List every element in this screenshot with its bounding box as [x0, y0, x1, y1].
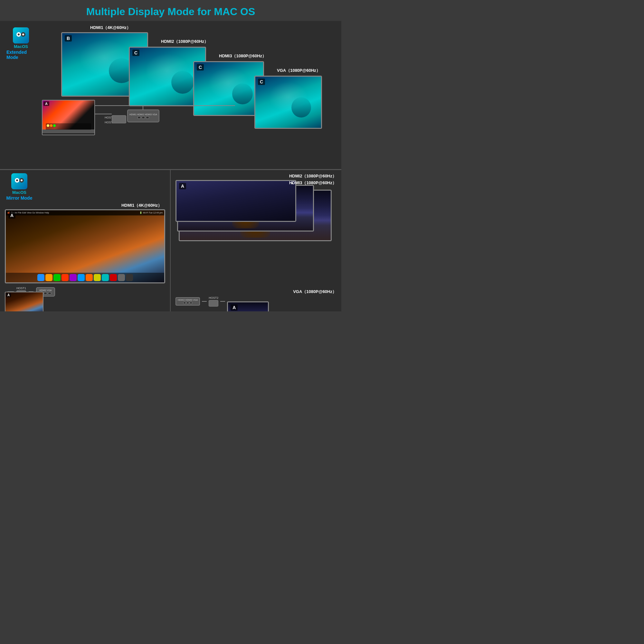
monitor-b-badge: B — [65, 35, 72, 42]
mirror-screen-hdmi2 — [176, 181, 295, 221]
macos-label-mirror: MacOS — [12, 190, 26, 195]
macos-finder-icon-mirror — [11, 173, 27, 189]
page-header: Multiple Display Mode for MAC OS — [0, 0, 341, 21]
monitor-mirror-main: 🍎 Finder File Edit View Go Window Help 🔋… — [5, 209, 165, 283]
right-cable2 — [220, 301, 225, 302]
mirror-right-hub: HDMI2 HDMI3 VGA — [175, 297, 200, 306]
cable-line-5 — [161, 105, 235, 106]
mirror-host2: HOST2 — [209, 296, 218, 307]
monitor-c2: C — [193, 61, 264, 116]
mirror-monitors-stacked: A A HDMI3（1080P@60Hz） A — [175, 180, 336, 286]
mirror-laptop-screen — [5, 292, 43, 311]
hub-device: HDMI1 HDMI2 HDMI3 VGA — [127, 109, 159, 122]
laptop-base — [42, 129, 95, 133]
extended-mode-section: MacOS Extended Mode HDMI1（4K@60Hz） B HDM… — [0, 21, 341, 170]
laptop-badge: A — [43, 101, 49, 106]
mirror-monitor-a3: A A HDMI3（1080P@60Hz） A — [175, 180, 336, 286]
monitor-c1-badge: C — [132, 50, 139, 56]
cable-line-2 — [95, 105, 143, 106]
finder-menubar: 🍎 Finder File Edit View Go Window Help 🔋… — [6, 210, 164, 215]
monitor-mirror-screen: 🍎 Finder File Edit View Go Window Help 🔋… — [5, 209, 165, 283]
mirror-laptop-badge: A — [6, 293, 11, 297]
mirror-mode-badge: MacOS Mirror Mode — [5, 173, 34, 201]
mirror-right-section: HDMI2（1080P@60Hz） A A — [171, 170, 341, 311]
hdmi2-label: HDMI2（1080P@60Hz） — [161, 39, 208, 44]
mirror-right-bottom: HDMI2 HDMI3 VGA HOST2 — [175, 296, 336, 307]
hdmi2-right-label: HDMI2（1080P@60Hz） — [175, 173, 336, 179]
mirror-host1-label: HOST1 — [16, 287, 26, 290]
mirror-mode-label: Mirror Mode — [6, 195, 33, 201]
svg-point-5 — [22, 33, 24, 35]
right-cable — [202, 301, 207, 302]
svg-point-4 — [18, 33, 20, 35]
svg-rect-6 — [11, 173, 27, 189]
dock — [6, 273, 164, 282]
page-title: Multiple Display Mode for MAC OS — [3, 6, 338, 18]
bottom-section: MacOS Mirror Mode HDMI1（4K@60Hz） 🍎 Finde… — [0, 170, 341, 311]
mirror-bottom-row: A HOST1 HDMI2 VGA — [5, 287, 165, 297]
laptop-screen-content — [43, 100, 94, 129]
mojave-screen: 🍎 Finder File Edit View Go Window Help 🔋… — [6, 210, 164, 282]
macos-label-extended: MacOS — [14, 44, 28, 49]
svg-point-9 — [16, 179, 18, 181]
vga-label: VGA（1080P@60Hz） — [277, 68, 320, 73]
hdmi1-mirror-label: HDMI1（4K@60Hz） — [5, 202, 162, 208]
extended-mode-label: Extended Mode — [6, 50, 35, 60]
monitor-c3-screen — [255, 77, 321, 128]
laptop-cable — [95, 114, 112, 114]
hdmi3-label: HDMI3（1080P@60Hz） — [219, 53, 266, 59]
mirror-mode-section: MacOS Mirror Mode HDMI1（4K@60Hz） 🍎 Finde… — [0, 170, 171, 311]
macos-finder-icon — [13, 27, 29, 43]
hub-ports-top: HDMI1 HDMI2 HDMI3 VGA — [129, 113, 157, 116]
mirror-monitor-hdmi2: A — [175, 180, 296, 222]
monitor-c3-badge: C — [258, 79, 265, 85]
svg-rect-1 — [13, 27, 29, 43]
monitors-area: HDMI1（4K@60Hz） B HDMI2（1080P@60Hz） C HDM… — [35, 24, 335, 143]
monitor-c2-screen — [194, 62, 263, 115]
monitor-mirror-badge: A — [8, 212, 15, 219]
host2-connector — [209, 300, 218, 307]
mirror-hdmi2-badge: A — [179, 183, 186, 189]
extended-mode-badge: MacOS Extended Mode — [6, 27, 35, 60]
vga-right-label: VGA（1080P@60Hz） — [175, 289, 336, 295]
host-connector — [112, 115, 126, 123]
hdmi3-right-label: HDMI3（1080P@60Hz） — [289, 180, 336, 186]
mirror-small-badge: A — [231, 304, 238, 311]
mirror-host2-label: HOST2 — [209, 296, 218, 299]
monitor-c2-badge: C — [197, 64, 204, 71]
hdmi1-label: HDMI1（4K@60Hz） — [90, 25, 131, 31]
svg-point-10 — [21, 179, 23, 181]
monitor-c3: C — [254, 76, 322, 129]
